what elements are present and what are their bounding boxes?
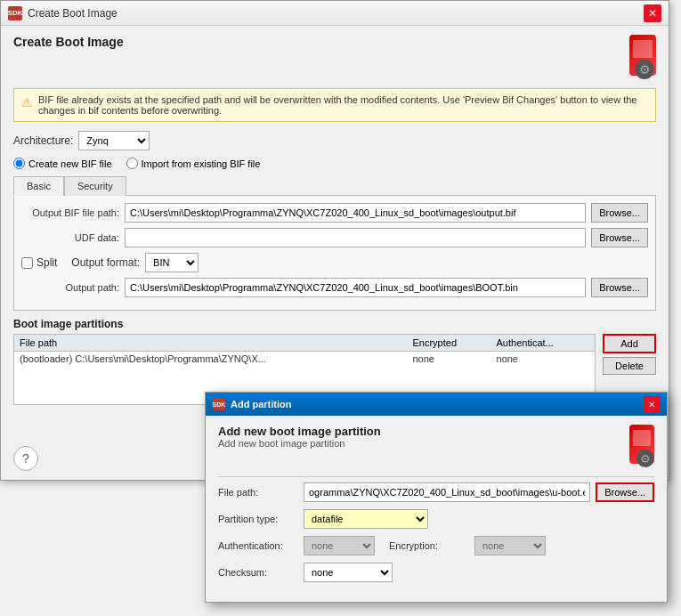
main-title-bar: SDK Create Boot Image ✕ bbox=[1, 1, 669, 26]
create-bif-radio[interactable]: Create new BIF file bbox=[13, 158, 112, 169]
row-filepath: (bootloader) C:\Users\mi\Desktop\Program… bbox=[14, 352, 408, 367]
output-path-input[interactable] bbox=[125, 278, 586, 297]
add-titles: Add new boot image partition Add new boo… bbox=[218, 425, 612, 449]
checksum-select[interactable]: none md5 sha256 bbox=[304, 563, 393, 582]
col-authenticated: Authenticat... bbox=[491, 335, 595, 352]
main-close-button[interactable]: ✕ bbox=[644, 4, 661, 22]
separator-1 bbox=[218, 476, 654, 477]
add-dialog-icon-bar: SDK bbox=[213, 398, 225, 410]
help-button[interactable]: ? bbox=[13, 446, 38, 471]
udf-row: UDF data: Browse... bbox=[21, 228, 648, 247]
auth-group: Authentication: none rsa bbox=[218, 536, 375, 555]
dialog-heading: Create Boot Image bbox=[13, 35, 610, 49]
add-close-button[interactable]: ✕ bbox=[644, 396, 660, 412]
output-bif-input[interactable] bbox=[125, 203, 586, 223]
tab-security[interactable]: Security bbox=[64, 176, 126, 196]
add-filepath-browse[interactable]: Browse... bbox=[596, 482, 654, 502]
add-filepath-input[interactable] bbox=[304, 482, 590, 502]
output-format-select[interactable]: BIN MCS HEX bbox=[145, 253, 199, 272]
add-header-icon: ⚙ bbox=[612, 425, 654, 467]
checksum-row: Checksum: none md5 sha256 bbox=[218, 563, 654, 582]
add-button[interactable]: Add bbox=[603, 334, 656, 353]
output-path-label: Output path: bbox=[21, 282, 119, 293]
output-format-label: Output format: bbox=[71, 256, 140, 269]
output-bif-browse[interactable]: Browse... bbox=[591, 203, 648, 223]
dialog-header: Create Boot Image ⚙ bbox=[13, 35, 656, 81]
partition-type-row: Partition type: datafile bootloader bbox=[218, 509, 654, 529]
add-dialog-header: Add new boot image partition Add new boo… bbox=[218, 425, 654, 467]
row-encrypted: none bbox=[408, 352, 491, 367]
partitions-table: File path Encrypted Authenticat... (boot… bbox=[14, 335, 595, 366]
add-title-bar: SDK Add partition ✕ bbox=[206, 393, 667, 416]
partition-type-select[interactable]: datafile bootloader bbox=[304, 509, 428, 529]
bif-radio-group: Create new BIF file Import from existing… bbox=[13, 158, 656, 169]
encryption-group: Encryption: none aes bbox=[389, 536, 546, 555]
output-path-browse[interactable]: Browse... bbox=[591, 278, 648, 297]
warning-text: BIF file already exists at the specified… bbox=[38, 94, 648, 116]
tabs-container: Basic Security Output BIF file path: Bro… bbox=[13, 176, 656, 311]
col-filepath: File path bbox=[14, 335, 408, 352]
checksum-label: Checksum: bbox=[218, 567, 298, 578]
encryption-label: Encryption: bbox=[389, 540, 469, 551]
warning-icon: ⚠ bbox=[21, 95, 33, 109]
udf-browse[interactable]: Browse... bbox=[591, 228, 648, 247]
architecture-label: Architecture: bbox=[13, 134, 73, 147]
architecture-select[interactable]: Zynq ZynqMP Microblaze bbox=[78, 131, 150, 150]
table-row[interactable]: (bootloader) C:\Users\mi\Desktop\Program… bbox=[14, 352, 595, 367]
partitions-title: Boot image partitions bbox=[13, 318, 656, 330]
split-checkbox[interactable] bbox=[21, 257, 33, 269]
split-format-row: Split Output format: BIN MCS HEX bbox=[21, 253, 648, 272]
split-checkbox-group: Split bbox=[21, 256, 57, 269]
udf-label: UDF data: bbox=[21, 232, 119, 243]
output-path-row: Output path: Browse... bbox=[21, 278, 648, 297]
gear-icon: ⚙ bbox=[635, 60, 654, 79]
warning-box: ⚠ BIF file already exists at the specifi… bbox=[13, 88, 656, 122]
partition-type-label: Partition type: bbox=[218, 514, 298, 524]
table-actions: Add Delete bbox=[603, 334, 656, 375]
tab-basic[interactable]: Basic bbox=[13, 176, 64, 196]
delete-button[interactable]: Delete bbox=[603, 357, 656, 375]
add-partition-dialog: SDK Add partition ✕ Add new boot image p… bbox=[205, 392, 668, 603]
encryption-select[interactable]: none aes bbox=[474, 536, 546, 555]
output-format-group: Output format: BIN MCS HEX bbox=[71, 253, 199, 272]
add-subtitle: Add new boot image partition bbox=[218, 438, 612, 449]
add-filepath-row: File path: Browse... bbox=[218, 482, 654, 502]
main-dialog-icon: SDK bbox=[8, 6, 22, 20]
header-icon: ⚙ bbox=[610, 35, 656, 81]
main-dialog-title: Create Boot Image bbox=[28, 7, 644, 20]
tab-content-basic: Output BIF file path: Browse... UDF data… bbox=[13, 195, 656, 311]
output-bif-label: Output BIF file path: bbox=[21, 207, 119, 218]
auth-encryption-row: Authentication: none rsa Encryption: non… bbox=[218, 536, 654, 555]
split-label: Split bbox=[36, 256, 57, 269]
add-filepath-label: File path: bbox=[218, 487, 298, 498]
row-authenticated: none bbox=[491, 352, 595, 367]
auth-select[interactable]: none rsa bbox=[304, 536, 375, 555]
auth-label: Authentication: bbox=[218, 540, 298, 551]
col-encrypted: Encrypted bbox=[408, 335, 491, 352]
file-path-container bbox=[304, 482, 590, 502]
tabs: Basic Security bbox=[13, 176, 656, 196]
add-main-title: Add new boot image partition bbox=[218, 425, 612, 438]
udf-input[interactable] bbox=[125, 228, 586, 247]
add-dialog-title: Add partition bbox=[231, 399, 644, 409]
import-bif-radio[interactable]: Import from existing BIF file bbox=[126, 158, 261, 169]
architecture-row: Architecture: Zynq ZynqMP Microblaze bbox=[13, 131, 656, 150]
add-dialog-content: Add new boot image partition Add new boo… bbox=[206, 416, 667, 602]
output-bif-row: Output BIF file path: Browse... bbox=[21, 203, 648, 223]
